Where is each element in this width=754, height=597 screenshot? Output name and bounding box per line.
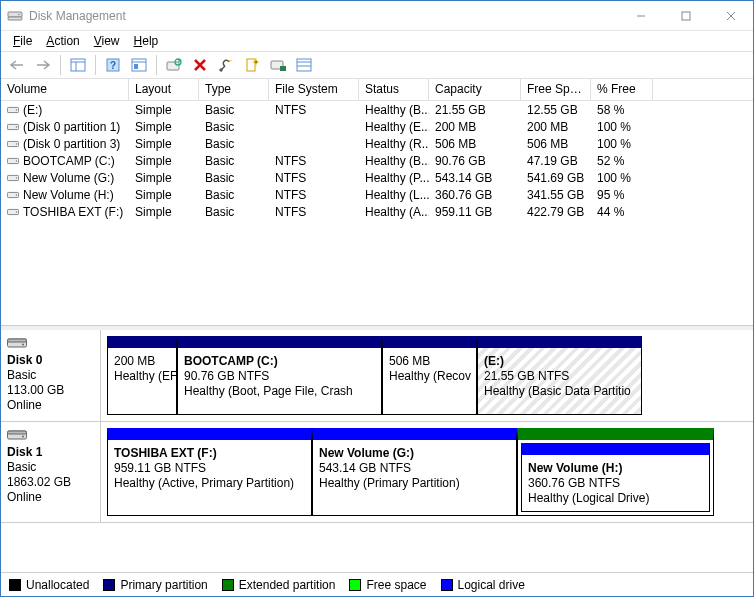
col-status[interactable]: Status: [359, 79, 429, 100]
disk-management-window: Disk Management File Action View Help ? …: [0, 0, 754, 597]
partition-size: 90.76 GB NTFS: [184, 369, 375, 383]
disk-icon[interactable]: [266, 54, 290, 76]
menubar: File Action View Help: [1, 31, 753, 51]
disk-label[interactable]: Disk 1Basic1863.02 GBOnline: [1, 422, 101, 522]
partition-status: Healthy (Basic Data Partitio: [484, 384, 635, 398]
disk-status: Online: [7, 490, 94, 504]
volume-row[interactable]: New Volume (G:)SimpleBasicNTFSHealthy (P…: [1, 169, 753, 186]
menu-file[interactable]: File: [7, 32, 38, 50]
col-pct[interactable]: % Free: [591, 79, 653, 100]
forward-button[interactable]: [31, 54, 55, 76]
settings-icon[interactable]: [127, 54, 151, 76]
partition-status: Healthy (Active, Primary Partition): [114, 476, 305, 490]
menu-help[interactable]: Help: [128, 32, 165, 50]
volume-row[interactable]: BOOTCAMP (C:)SimpleBasicNTFSHealthy (B..…: [1, 152, 753, 169]
partition[interactable]: (E:)21.55 GB NTFSHealthy (Basic Data Par…: [477, 336, 642, 415]
volume-row[interactable]: (Disk 0 partition 1)SimpleBasicHealthy (…: [1, 118, 753, 135]
minimize-button[interactable]: [618, 1, 663, 30]
view-icon[interactable]: [292, 54, 316, 76]
partition-size: 506 MB: [389, 354, 470, 368]
svg-rect-15: [167, 62, 179, 70]
svg-rect-1: [8, 17, 22, 20]
legend-logical: Logical drive: [441, 578, 525, 592]
partition[interactable]: New Volume (G:)543.14 GB NTFSHealthy (Pr…: [312, 428, 517, 516]
volume-row[interactable]: (E:)SimpleBasicNTFSHealthy (B...21.55 GB…: [1, 101, 753, 118]
refresh-icon[interactable]: [162, 54, 186, 76]
menu-action[interactable]: Action: [40, 32, 85, 50]
partition[interactable]: New Volume (H:)360.76 GB NTFSHealthy (Lo…: [517, 428, 714, 516]
menu-view[interactable]: View: [88, 32, 126, 50]
svg-point-32: [16, 177, 17, 178]
graphical-view: Disk 0Basic113.00 GBOnline200 MBHealthy …: [1, 330, 753, 572]
legend: Unallocated Primary partition Extended p…: [1, 572, 753, 596]
partition[interactable]: 506 MBHealthy (Recov: [382, 336, 477, 415]
svg-point-36: [16, 211, 17, 212]
disk-size: 113.00 GB: [7, 383, 94, 397]
volume-row[interactable]: New Volume (H:)SimpleBasicNTFSHealthy (L…: [1, 186, 753, 203]
col-fs[interactable]: File System: [269, 79, 359, 100]
col-layout[interactable]: Layout: [129, 79, 199, 100]
partition-size: 543.14 GB NTFS: [319, 461, 510, 475]
svg-point-28: [16, 143, 17, 144]
partition[interactable]: BOOTCAMP (C:)90.76 GB NTFSHealthy (Boot,…: [177, 336, 382, 415]
disk-row: Disk 1Basic1863.02 GBOnlineTOSHIBA EXT (…: [1, 422, 753, 523]
partition-title: New Volume (H:): [528, 461, 703, 475]
maximize-button[interactable]: [663, 1, 708, 30]
svg-rect-14: [134, 64, 138, 69]
disk-type: Basic: [7, 368, 94, 382]
legend-primary: Primary partition: [103, 578, 207, 592]
partition-size: 200 MB: [114, 354, 170, 368]
col-capacity[interactable]: Capacity: [429, 79, 521, 100]
new-icon[interactable]: [240, 54, 264, 76]
volume-list-body: (E:)SimpleBasicNTFSHealthy (B...21.55 GB…: [1, 101, 753, 325]
disk-status: Online: [7, 398, 94, 412]
svg-point-2: [18, 13, 20, 15]
help-icon[interactable]: ?: [101, 54, 125, 76]
partition-size: 959.11 GB NTFS: [114, 461, 305, 475]
disk-row: Disk 0Basic113.00 GBOnline200 MBHealthy …: [1, 330, 753, 422]
svg-point-34: [16, 194, 17, 195]
disk-size: 1863.02 GB: [7, 475, 94, 489]
partition-title: (E:): [484, 354, 635, 368]
disk-label[interactable]: Disk 0Basic113.00 GBOnline: [1, 330, 101, 421]
disk-partitions: 200 MBHealthy (EFIBOOTCAMP (C:)90.76 GB …: [101, 330, 753, 421]
titlebar: Disk Management: [1, 1, 753, 31]
partition-status: Healthy (Logical Drive): [528, 491, 703, 505]
col-type[interactable]: Type: [199, 79, 269, 100]
volume-name: New Volume (G:): [23, 171, 114, 185]
volume-row[interactable]: TOSHIBA EXT (F:)SimpleBasicNTFSHealthy (…: [1, 203, 753, 220]
partition-status: Healthy (Recov: [389, 369, 470, 383]
show-hide-console-tree-icon[interactable]: [66, 54, 90, 76]
svg-point-24: [16, 109, 17, 110]
properties-icon[interactable]: [214, 54, 238, 76]
svg-rect-17: [247, 59, 255, 71]
window-title: Disk Management: [29, 9, 618, 23]
svg-point-39: [22, 344, 24, 346]
volume-name: (Disk 0 partition 3): [23, 137, 120, 151]
volume-row[interactable]: (Disk 0 partition 3)SimpleBasicHealthy (…: [1, 135, 753, 152]
volume-name: (E:): [23, 103, 42, 117]
volume-list: Volume Layout Type File System Status Ca…: [1, 79, 753, 326]
svg-rect-20: [297, 59, 311, 71]
app-icon: [7, 8, 23, 24]
partition-title: BOOTCAMP (C:): [184, 354, 375, 368]
partition-title: New Volume (G:): [319, 446, 510, 460]
disk-partitions: TOSHIBA EXT (F:)959.11 GB NTFSHealthy (A…: [101, 422, 753, 522]
partition[interactable]: 200 MBHealthy (EFI: [107, 336, 177, 415]
partition-size: 21.55 GB NTFS: [484, 369, 635, 383]
volume-name: (Disk 0 partition 1): [23, 120, 120, 134]
col-volume[interactable]: Volume: [1, 79, 129, 100]
partition-status: Healthy (EFI: [114, 369, 170, 383]
svg-rect-41: [8, 431, 27, 434]
back-button[interactable]: [5, 54, 29, 76]
svg-point-42: [22, 436, 24, 438]
delete-icon[interactable]: [188, 54, 212, 76]
partition[interactable]: TOSHIBA EXT (F:)959.11 GB NTFSHealthy (A…: [107, 428, 312, 516]
close-button[interactable]: [708, 1, 753, 30]
logical-partition-inner: New Volume (H:)360.76 GB NTFSHealthy (Lo…: [521, 443, 710, 512]
col-free[interactable]: Free Spa...: [521, 79, 591, 100]
window-controls: [618, 1, 753, 30]
svg-point-30: [16, 160, 17, 161]
volume-name: New Volume (H:): [23, 188, 114, 202]
volume-name: BOOTCAMP (C:): [23, 154, 115, 168]
